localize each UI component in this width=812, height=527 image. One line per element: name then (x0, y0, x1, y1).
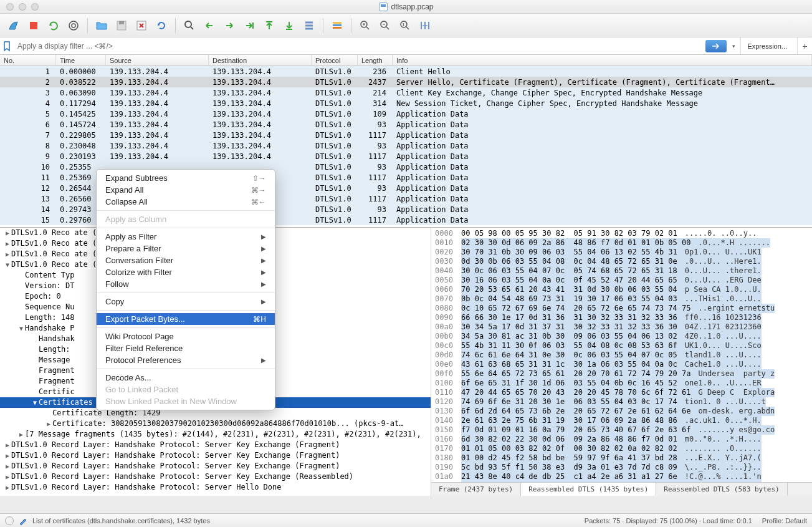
hex-row[interactable]: 002030 70 31 0b 30 09 06 03 55 04 06 13 … (435, 248, 808, 257)
hex-row[interactable]: 004030 0c 06 03 55 04 07 0c 05 74 68 65 … (435, 266, 808, 276)
tree-item[interactable]: ▶DTLSv1.0 Record Layer: Handshake Protoc… (0, 482, 431, 493)
tree-item[interactable]: ▶DTLSv1.0 Record Layer: Handshake Protoc… (0, 440, 431, 450)
context-menu-item[interactable]: Colorize with Filter▶ (97, 266, 275, 278)
col-length[interactable]: Length (358, 55, 393, 65)
col-no[interactable]: No. (0, 55, 56, 65)
packet-row[interactable]: 80.230048139.133.204.4139.133.204.4DTLSv… (0, 140, 812, 151)
col-source[interactable]: Source (106, 55, 209, 65)
autoscroll-icon[interactable] (300, 17, 318, 34)
context-menu-item[interactable]: Follow▶ (97, 278, 275, 290)
save-icon[interactable] (113, 17, 130, 34)
last-icon[interactable] (280, 17, 298, 34)
hex-row[interactable]: 009066 66 30 1e 17 0d 31 36 31 30 32 33 … (435, 313, 808, 322)
hex-row[interactable]: 012074 69 6f 6e 31 20 30 1e 06 03 55 04 … (435, 397, 808, 407)
display-filter-input[interactable] (15, 41, 702, 52)
hex-row[interactable]: 00700b 0c 04 54 48 69 73 31 19 30 17 06 … (435, 294, 808, 304)
context-menu-item[interactable]: Filter Field Reference (97, 342, 275, 354)
context-menu-item[interactable]: Prepare a Filter▶ (97, 243, 275, 254)
first-icon[interactable] (260, 17, 278, 34)
context-menu-item[interactable]: Apply as Filter▶ (97, 231, 275, 243)
bookmark-icon[interactable] (2, 41, 11, 52)
prev-icon[interactable] (201, 17, 218, 34)
hex-row[interactable]: 01402e 61 63 2e 75 6b 31 19 30 17 06 09 … (435, 416, 808, 425)
packet-row[interactable]: 40.117294139.133.204.4139.133.204.4DTLSv… (0, 98, 812, 109)
tree-item[interactable]: ▶DTLSv1.0 Record Layer: Handshake Protoc… (0, 461, 431, 471)
hex-row[interactable]: 01006f 6e 65 31 1f 30 1d 06 03 55 04 0b … (435, 379, 808, 388)
zoom-out-icon[interactable] (376, 17, 394, 34)
col-destination[interactable]: Destination (209, 55, 312, 65)
minimize-window-button[interactable] (19, 3, 26, 11)
zoom-in-icon[interactable] (356, 17, 374, 34)
packet-row[interactable]: 20.038522139.133.204.4139.133.204.4DTLSv… (0, 77, 812, 87)
tree-item[interactable]: ▶[7 Message fragments (1435 bytes): #2(1… (0, 429, 431, 440)
shark-fin-icon[interactable] (5, 17, 22, 34)
hex-row[interactable]: 01a021 43 8e 40 c4 de db 25 c1 a4 2e a6 … (435, 472, 808, 481)
hex-row[interactable]: 00e043 61 63 68 65 31 31 1c 30 1a 06 03 … (435, 360, 808, 369)
reload-icon[interactable] (153, 17, 170, 34)
col-protocol[interactable]: Protocol (312, 55, 358, 65)
packet-row[interactable]: 60.145724139.133.204.4139.133.204.4DTLSv… (0, 119, 812, 130)
expert-info-icon[interactable] (5, 516, 14, 525)
hex-row[interactable]: 00300d 30 0b 06 03 55 04 08 0c 04 48 65 … (435, 257, 808, 266)
tree-item[interactable]: ▶Certificate: 30820591308203790201023030… (0, 418, 431, 429)
zoom-reset-icon[interactable]: 1 (396, 17, 414, 34)
expression-button[interactable]: Expression... (740, 37, 793, 54)
hex-row[interactable]: 00c055 4b 31 11 30 0f 06 03 55 04 08 0c … (435, 341, 808, 351)
filter-apply-button[interactable] (705, 40, 727, 52)
hex-tab-reassembled-1[interactable]: Reassembled DTLS (1435 bytes) (521, 483, 656, 496)
hex-row[interactable]: 000000 05 98 00 05 95 30 82 05 91 30 82 … (435, 229, 808, 238)
context-menu-item[interactable]: Collapse All⌘← (97, 196, 275, 208)
hex-row[interactable]: 017001 01 05 00 03 82 02 0f 00 30 82 02 … (435, 444, 808, 453)
col-info[interactable]: Info (393, 55, 812, 65)
options-icon[interactable] (65, 17, 82, 34)
hex-row[interactable]: 018001 00 d2 45 f2 58 bd be 59 97 9f 6a … (435, 453, 808, 463)
goto-icon[interactable] (241, 17, 258, 34)
hex-row[interactable]: 01306f 6d 2d 64 65 73 6b 2e 20 65 72 67 … (435, 407, 808, 416)
open-folder-icon[interactable] (93, 17, 110, 34)
resize-columns-icon[interactable] (416, 17, 434, 34)
hex-row[interactable]: 00a030 34 5a 17 0d 31 37 31 30 32 33 31 … (435, 322, 808, 332)
col-time[interactable]: Time (56, 55, 106, 65)
packet-row[interactable]: 50.145425139.133.204.4139.133.204.4DTLSv… (0, 109, 812, 119)
stop-icon[interactable] (25, 17, 42, 34)
packet-bytes-pane[interactable]: 000000 05 98 00 05 95 30 82 05 91 30 82 … (431, 228, 812, 496)
context-menu-item[interactable]: Wiki Protocol Page (97, 331, 275, 342)
hex-row[interactable]: 006070 20 53 65 61 20 43 41 31 0d 30 0b … (435, 285, 808, 294)
close-window-button[interactable] (6, 3, 14, 11)
filter-history-dropdown[interactable]: ▾ (730, 43, 737, 49)
hex-row[interactable]: 00b034 5a 30 81 ac 31 0b 30 09 06 03 55 … (435, 332, 808, 341)
packet-row[interactable]: 10.000000139.133.204.4139.133.204.4DTLSv… (0, 66, 812, 77)
hex-row[interactable]: 01606d 30 82 02 22 30 0d 06 09 2a 86 48 … (435, 435, 808, 444)
hex-tab-reassembled-2[interactable]: Reassembled DTLS (583 bytes) (656, 483, 787, 496)
edit-icon[interactable] (19, 516, 27, 525)
find-icon[interactable] (181, 17, 198, 34)
packet-row[interactable]: 70.229805139.133.204.4139.133.204.4DTLSv… (0, 130, 812, 140)
context-menu-item[interactable]: Export Packet Bytes...⌘H (97, 313, 275, 325)
context-menu-item[interactable]: Expand All⌘→ (97, 184, 275, 196)
restart-icon[interactable] (45, 17, 62, 34)
colorize-icon[interactable] (328, 17, 346, 34)
hex-row[interactable]: 001002 30 30 0d 06 09 2a 86 48 86 f7 0d … (435, 238, 808, 248)
add-filter-button[interactable]: + (797, 37, 812, 54)
hex-row[interactable]: 00800c 10 65 72 67 69 6e 74 20 65 72 6e … (435, 304, 808, 313)
hex-row[interactable]: 005030 16 06 03 55 04 0a 0c 0f 45 52 47 … (435, 276, 808, 285)
close-file-icon[interactable] (133, 17, 150, 34)
packet-row[interactable]: 90.230193139.133.204.4139.133.204.4DTLSv… (0, 151, 812, 162)
packet-row[interactable]: 30.063090139.133.204.4139.133.204.4DTLSv… (0, 87, 812, 98)
next-icon[interactable] (221, 17, 238, 34)
hex-row[interactable]: 01905c bd 93 5f f1 50 38 e3 d9 3a 01 e3 … (435, 463, 808, 472)
status-profile[interactable]: Profile: Default (762, 517, 807, 525)
context-menu-item[interactable]: Protocol Preferences▶ (97, 354, 275, 366)
context-menu-item[interactable]: Conversation Filter▶ (97, 254, 275, 266)
hex-row[interactable]: 0150f7 0d 01 09 01 16 0a 79 20 65 73 40 … (435, 425, 808, 435)
hex-row[interactable]: 00d074 6c 61 6e 64 31 0e 30 0c 06 03 55 … (435, 351, 808, 360)
tree-item[interactable]: ▶DTLSv1.0 Record Layer: Handshake Protoc… (0, 450, 431, 461)
tree-item[interactable]: ▶DTLSv1.0 Record Layer: Handshake Protoc… (0, 471, 431, 482)
zoom-window-button[interactable] (31, 3, 39, 11)
hex-row[interactable]: 00f055 6e 64 65 72 73 65 61 20 20 70 61 … (435, 369, 808, 379)
hex-tab-frame[interactable]: Frame (2437 bytes) (431, 483, 521, 496)
context-menu-item[interactable]: Expand Subtrees⇧→ (97, 172, 275, 184)
context-menu-item[interactable]: Decode As... (97, 372, 275, 384)
hex-row[interactable]: 011047 20 44 65 65 70 20 43 20 20 45 78 … (435, 388, 808, 397)
context-menu-item[interactable]: Copy▶ (97, 296, 275, 307)
